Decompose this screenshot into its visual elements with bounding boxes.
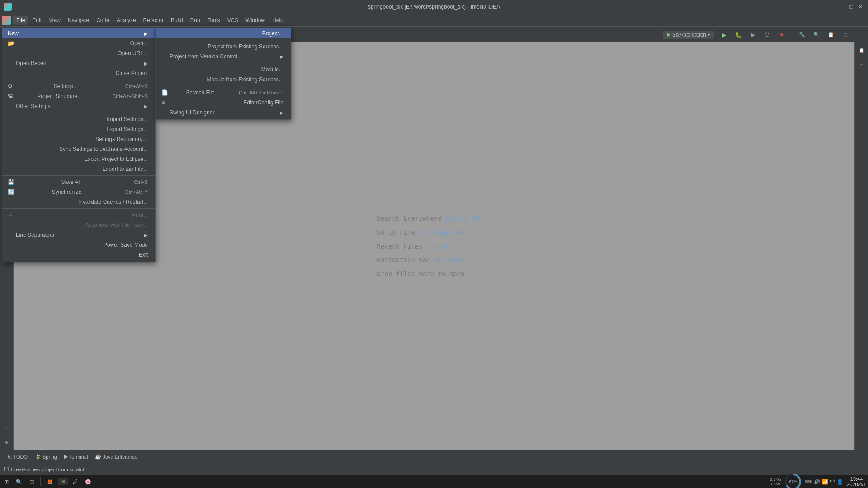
print-label: Print... <box>132 212 148 218</box>
export-settings-label: Export Settings... <box>107 126 148 132</box>
tray-icons: ⌨ 🔊 📶 🛡 👤 <box>805 479 843 485</box>
task-view-button[interactable]: ◫ <box>27 478 37 486</box>
tab-java-enterprise[interactable]: ☕ Java Enterprise <box>95 454 137 460</box>
run-button[interactable]: ▶ <box>717 28 730 41</box>
menu-file-synchronize[interactable]: 🔄 Synchronize Ctrl+Alt+Y <box>2 187 155 197</box>
settings-icon: ⚙ <box>8 83 13 89</box>
menu-file-open[interactable]: 📂 Open... <box>2 38 155 48</box>
window-controls: ─ □ ✕ <box>838 3 864 11</box>
tab-terminal[interactable]: ▶ Terminal <box>64 454 88 460</box>
menu-file-new[interactable]: New ▶ <box>2 28 155 38</box>
toolbar-extra-4[interactable]: □ <box>839 28 852 41</box>
taskbar-firefox[interactable]: 🦊 <box>44 478 56 486</box>
right-sidebar-icon-2[interactable]: □ <box>856 57 868 69</box>
synchronize-shortcut: Ctrl+Alt+Y <box>125 189 148 195</box>
go-to-file-shortcut: Ctrl+Shift+N <box>419 229 464 236</box>
save-all-icon: 💾 <box>8 179 14 185</box>
title-bar: springboot_six [E:\ wordr\springboot_six… <box>0 0 868 14</box>
menu-file-open-url[interactable]: Open URL... <box>2 48 155 58</box>
status-checkbox-icon: ☐ <box>4 466 9 473</box>
menu-bar: File Edit View Navigate Code Analyze Ref… <box>0 14 868 26</box>
stop-button[interactable]: ■ <box>775 28 788 41</box>
menu-file-power-save[interactable]: Power Save Mode <box>2 240 155 250</box>
new-project[interactable]: Project... <box>156 28 291 38</box>
intellij-taskbar-icon: 🖥 <box>61 479 66 484</box>
menu-navigate[interactable]: Navigate <box>64 16 93 25</box>
menu-file-line-separators[interactable]: Line Separators ▶ <box>2 230 155 240</box>
menu-run[interactable]: Run <box>187 16 204 25</box>
new-scratch-file[interactable]: 📄 Scratch File Ctrl+Alt+Shift+Insert <box>156 88 291 98</box>
menu-file-settings-repository[interactable]: Settings Repository… <box>2 134 155 144</box>
new-project-from-vcs[interactable]: Project from Version Control... ▶ <box>156 52 291 61</box>
new-project-from-existing[interactable]: Project from Existing Sources... <box>156 42 291 52</box>
toolbar-extra-3[interactable]: 📋 <box>825 28 837 41</box>
menu-vcs[interactable]: VCS <box>224 16 242 25</box>
menu-refactor[interactable]: Refactor <box>140 16 167 25</box>
sidebar-icon-6[interactable]: ★ <box>1 436 13 448</box>
menu-file-project-structure[interactable]: 🏗 Project Structure... Ctrl+Alt+Shift+S <box>2 91 155 101</box>
volume-icon: 🔊 <box>814 479 820 485</box>
recent-files-hint: Recent Files Ctrl+E <box>377 239 491 253</box>
menu-window[interactable]: Window <box>242 16 269 25</box>
menu-tools[interactable]: Tools <box>204 16 224 25</box>
associate-label: Associate with File Type... <box>85 222 148 228</box>
settings-label: Settings... <box>54 83 78 89</box>
run-config-selector[interactable]: ▶ SixApplication ▾ <box>663 31 714 39</box>
right-sidebar-icon-1[interactable]: 📋 <box>856 44 868 56</box>
menu-view[interactable]: View <box>45 16 64 25</box>
menu-file-settings[interactable]: ⚙ Settings... Ctrl+Alt+S <box>2 81 155 91</box>
new-editorconfig[interactable]: ⚙ EditorConfig File <box>156 98 291 108</box>
menu-analyze[interactable]: Analyze <box>113 16 140 25</box>
toolbar-extra-1[interactable]: 🔧 <box>796 28 808 41</box>
new-swing-ui-designer[interactable]: Swing UI Designer ▶ <box>156 108 291 117</box>
search-everywhere-label: Search Everywhere <box>377 215 442 222</box>
menu-file-close-project[interactable]: Close Project <box>2 68 155 78</box>
taskbar-app4[interactable]: 🌸 <box>82 478 94 486</box>
todo-label: 6: TODO <box>8 454 28 460</box>
file-menu-sep-4 <box>2 208 155 209</box>
menu-edit[interactable]: Edit <box>28 16 45 25</box>
editorconfig-label: EditorConfig File <box>243 99 283 106</box>
sidebar-icon-5[interactable]: ≡ <box>1 422 13 434</box>
user-icon: 👤 <box>837 479 843 485</box>
toolbar-extra-5[interactable]: ≡ <box>854 28 866 41</box>
taskbar-intellij[interactable]: 🖥 <box>58 478 68 485</box>
new-module-from-existing[interactable]: Module from Existing Sources... <box>156 75 291 84</box>
intellij-logo <box>2 16 11 25</box>
minimize-button[interactable]: ─ <box>838 3 846 11</box>
menu-build[interactable]: Build <box>167 16 187 25</box>
navigation-bar-shortcut: Alt+Home <box>434 256 464 263</box>
vcs-arrow: ▶ <box>280 54 283 59</box>
debug-button[interactable]: 🐛 <box>732 28 745 41</box>
menu-file-save-all[interactable]: 💾 Save All Ctrl+S <box>2 177 155 187</box>
menu-file-open-recent[interactable]: Open Recent ▶ <box>2 58 155 68</box>
menu-file-export-settings[interactable]: Export Settings... <box>2 124 155 134</box>
spring-icon: 🍃 <box>35 454 41 460</box>
open-url-label: Open URL... <box>118 50 148 56</box>
start-button[interactable]: ⊞ <box>2 478 11 486</box>
taskbar-app3[interactable]: 🖊 <box>70 478 80 485</box>
menu-file-sync-settings[interactable]: Sync Settings to JetBrains Account... <box>2 144 155 154</box>
menu-file-other-settings[interactable]: Other Settings ▶ <box>2 101 155 111</box>
module-existing-label: Module from Existing Sources... <box>207 76 283 83</box>
close-button[interactable]: ✕ <box>856 3 864 11</box>
menu-file-associate: Associate with File Type... <box>2 220 155 230</box>
toolbar-extra-2[interactable]: 🔍 <box>810 28 823 41</box>
new-module[interactable]: Module... <box>156 65 291 75</box>
menu-file-export-eclipse[interactable]: Export Project to Eclipse... <box>2 154 155 164</box>
menu-file-export-zip[interactable]: Export to Zip File... <box>2 164 155 174</box>
menu-help[interactable]: Help <box>269 16 287 25</box>
antivirus-icon: 🛡 <box>830 479 835 484</box>
menu-file-invalidate-caches[interactable]: Invalidate Caches / Restart... <box>2 197 155 207</box>
tab-spring[interactable]: 🍃 Spring <box>35 454 57 460</box>
profile-button[interactable]: ⏱ <box>761 28 774 41</box>
search-taskbar[interactable]: 🔍 <box>13 478 25 486</box>
coverage-button[interactable]: ▶ <box>746 28 759 41</box>
tab-todo[interactable]: ≡ 6: TODO <box>4 454 28 460</box>
menu-file[interactable]: File <box>13 16 28 25</box>
sync-settings-label: Sync Settings to JetBrains Account... <box>59 146 148 152</box>
maximize-button[interactable]: □ <box>847 3 855 11</box>
menu-code[interactable]: Code <box>93 16 113 25</box>
menu-file-import-settings[interactable]: Import Settings... <box>2 114 155 124</box>
menu-file-exit[interactable]: Exit <box>2 250 155 260</box>
